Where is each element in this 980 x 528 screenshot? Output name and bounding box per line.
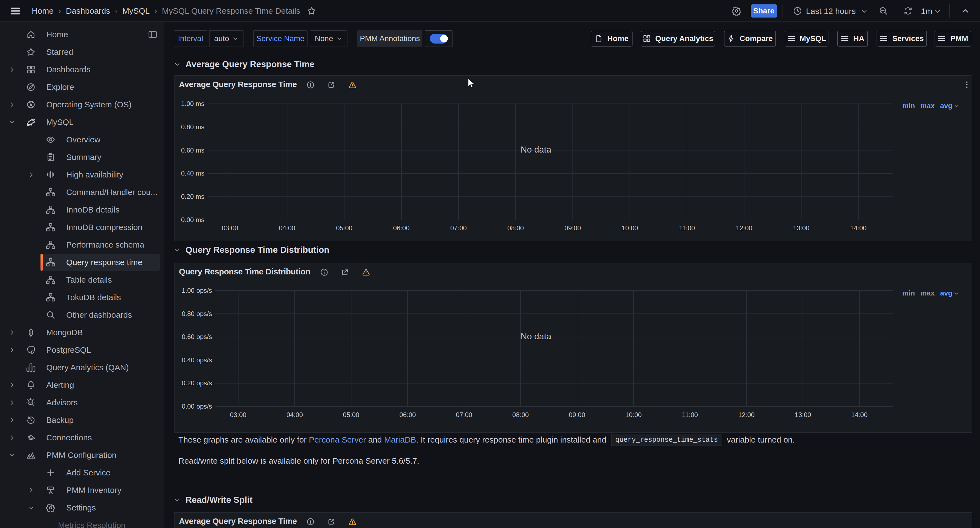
- svg-text:09:00: 09:00: [565, 224, 581, 232]
- svg-text:1.00 ops/s: 1.00 ops/s: [182, 287, 212, 294]
- svg-text:13:00: 13:00: [793, 224, 810, 232]
- svg-text:11:00: 11:00: [679, 224, 695, 232]
- svg-text:03:00: 03:00: [222, 224, 238, 232]
- svg-text:0.20 ms: 0.20 ms: [181, 193, 204, 200]
- svg-text:0.60 ops/s: 0.60 ops/s: [182, 333, 212, 340]
- svg-text:13:00: 13:00: [795, 411, 811, 418]
- svg-text:08:00: 08:00: [512, 411, 529, 418]
- svg-text:03:00: 03:00: [230, 411, 247, 418]
- svg-text:06:00: 06:00: [399, 411, 416, 418]
- svg-text:No data: No data: [521, 145, 551, 155]
- svg-text:06:00: 06:00: [393, 224, 410, 232]
- svg-text:10:00: 10:00: [622, 224, 638, 232]
- svg-text:0.20 ops/s: 0.20 ops/s: [182, 379, 212, 387]
- svg-text:14:00: 14:00: [851, 411, 867, 418]
- svg-text:12:00: 12:00: [736, 224, 752, 232]
- svg-text:04:00: 04:00: [286, 411, 303, 418]
- svg-text:14:00: 14:00: [850, 224, 867, 232]
- svg-text:10:00: 10:00: [625, 411, 641, 418]
- svg-text:07:00: 07:00: [456, 411, 472, 418]
- svg-text:05:00: 05:00: [343, 411, 359, 418]
- svg-text:No data: No data: [521, 331, 551, 341]
- svg-text:0.00 ms: 0.00 ms: [181, 216, 204, 223]
- svg-text:07:00: 07:00: [450, 224, 467, 232]
- svg-text:0.00 ops/s: 0.00 ops/s: [182, 403, 212, 410]
- svg-text:0.40 ops/s: 0.40 ops/s: [182, 356, 212, 364]
- svg-text:1.00 ms: 1.00 ms: [181, 100, 204, 107]
- svg-text:08:00: 08:00: [508, 224, 524, 232]
- svg-text:12:00: 12:00: [738, 411, 754, 418]
- svg-text:0.40 ms: 0.40 ms: [181, 169, 204, 177]
- svg-text:11:00: 11:00: [682, 411, 698, 418]
- svg-text:0.60 ms: 0.60 ms: [181, 147, 204, 154]
- svg-text:09:00: 09:00: [569, 411, 585, 418]
- svg-text:0.80 ms: 0.80 ms: [181, 123, 204, 131]
- svg-text:05:00: 05:00: [336, 224, 352, 232]
- svg-text:04:00: 04:00: [279, 224, 295, 232]
- svg-text:0.80 ops/s: 0.80 ops/s: [182, 310, 212, 317]
